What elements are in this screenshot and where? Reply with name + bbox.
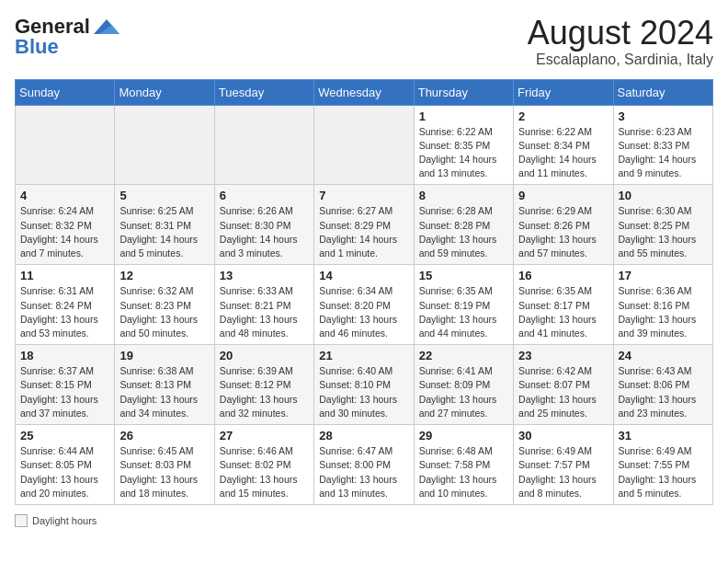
calendar-cell: 23Sunrise: 6:42 AM Sunset: 8:07 PM Dayli… (514, 345, 613, 425)
calendar-cell: 19Sunrise: 6:38 AM Sunset: 8:13 PM Dayli… (115, 345, 214, 425)
calendar-cell (115, 105, 214, 185)
calendar-cell: 14Sunrise: 6:34 AM Sunset: 8:20 PM Dayli… (314, 265, 414, 345)
calendar-header-saturday: Saturday (613, 79, 712, 105)
day-info: Sunrise: 6:31 AM Sunset: 8:24 PM Dayligh… (20, 284, 109, 340)
title-block: August 2024 Escalaplano, Sardinia, Italy (528, 15, 713, 68)
day-number: 30 (518, 429, 608, 442)
day-number: 19 (119, 349, 209, 362)
day-info: Sunrise: 6:48 AM Sunset: 7:58 PM Dayligh… (419, 444, 508, 500)
day-number: 29 (419, 429, 508, 442)
day-info: Sunrise: 6:46 AM Sunset: 8:02 PM Dayligh… (220, 444, 309, 500)
calendar-cell: 10Sunrise: 6:30 AM Sunset: 8:25 PM Dayli… (613, 185, 712, 265)
calendar-cell: 1Sunrise: 6:22 AM Sunset: 8:35 PM Daylig… (414, 105, 513, 185)
location-subtitle: Escalaplano, Sardinia, Italy (528, 52, 713, 68)
day-number: 8 (419, 189, 508, 202)
calendar-cell: 28Sunrise: 6:47 AM Sunset: 8:00 PM Dayli… (314, 425, 414, 505)
legend-item-daylight: Daylight hours (15, 514, 97, 527)
day-number: 12 (119, 269, 209, 282)
day-info: Sunrise: 6:24 AM Sunset: 8:32 PM Dayligh… (20, 204, 109, 260)
day-number: 4 (20, 189, 109, 202)
day-number: 21 (319, 349, 408, 362)
day-info: Sunrise: 6:22 AM Sunset: 8:34 PM Dayligh… (518, 125, 608, 181)
calendar-cell: 26Sunrise: 6:45 AM Sunset: 8:03 PM Dayli… (115, 425, 214, 505)
day-info: Sunrise: 6:36 AM Sunset: 8:16 PM Dayligh… (619, 284, 708, 340)
day-info: Sunrise: 6:45 AM Sunset: 8:03 PM Dayligh… (119, 444, 209, 500)
calendar-cell (214, 105, 313, 185)
day-info: Sunrise: 6:41 AM Sunset: 8:09 PM Dayligh… (419, 364, 508, 420)
day-number: 27 (220, 429, 309, 442)
day-number: 18 (20, 349, 109, 362)
logo: General Blue (15, 15, 119, 59)
day-info: Sunrise: 6:35 AM Sunset: 8:19 PM Dayligh… (419, 284, 508, 340)
legend: Daylight hours (15, 514, 713, 527)
day-info: Sunrise: 6:47 AM Sunset: 8:00 PM Dayligh… (319, 444, 408, 500)
calendar-cell: 5Sunrise: 6:25 AM Sunset: 8:31 PM Daylig… (115, 185, 214, 265)
month-year-title: August 2024 (528, 15, 713, 52)
day-number: 23 (518, 349, 608, 362)
day-info: Sunrise: 6:32 AM Sunset: 8:23 PM Dayligh… (119, 284, 209, 340)
calendar-header-wednesday: Wednesday (314, 79, 414, 105)
calendar-cell: 20Sunrise: 6:39 AM Sunset: 8:12 PM Dayli… (214, 345, 313, 425)
calendar-cell: 31Sunrise: 6:49 AM Sunset: 7:55 PM Dayli… (613, 425, 712, 505)
calendar-cell: 11Sunrise: 6:31 AM Sunset: 8:24 PM Dayli… (16, 265, 115, 345)
calendar-cell: 13Sunrise: 6:33 AM Sunset: 8:21 PM Dayli… (214, 265, 313, 345)
calendar-week-row: 11Sunrise: 6:31 AM Sunset: 8:24 PM Dayli… (16, 265, 713, 345)
calendar-cell: 17Sunrise: 6:36 AM Sunset: 8:16 PM Dayli… (613, 265, 712, 345)
day-info: Sunrise: 6:28 AM Sunset: 8:28 PM Dayligh… (419, 204, 508, 260)
calendar-cell: 16Sunrise: 6:35 AM Sunset: 8:17 PM Dayli… (514, 265, 613, 345)
day-number: 11 (20, 269, 109, 282)
calendar-cell: 3Sunrise: 6:23 AM Sunset: 8:33 PM Daylig… (613, 105, 712, 185)
day-number: 7 (319, 189, 408, 202)
calendar-cell: 30Sunrise: 6:49 AM Sunset: 7:57 PM Dayli… (514, 425, 613, 505)
calendar-week-row: 4Sunrise: 6:24 AM Sunset: 8:32 PM Daylig… (16, 185, 713, 265)
calendar-cell: 27Sunrise: 6:46 AM Sunset: 8:02 PM Dayli… (214, 425, 313, 505)
calendar-cell: 29Sunrise: 6:48 AM Sunset: 7:58 PM Dayli… (414, 425, 513, 505)
calendar-header-monday: Monday (115, 79, 214, 105)
day-info: Sunrise: 6:25 AM Sunset: 8:31 PM Dayligh… (119, 204, 209, 260)
calendar-cell: 25Sunrise: 6:44 AM Sunset: 8:05 PM Dayli… (16, 425, 115, 505)
day-info: Sunrise: 6:42 AM Sunset: 8:07 PM Dayligh… (518, 364, 608, 420)
calendar-header-thursday: Thursday (414, 79, 513, 105)
legend-box-odd (15, 514, 28, 527)
day-number: 1 (419, 109, 508, 123)
day-info: Sunrise: 6:27 AM Sunset: 8:29 PM Dayligh… (319, 204, 408, 260)
calendar-header-row: SundayMondayTuesdayWednesdayThursdayFrid… (16, 79, 713, 105)
calendar-cell: 8Sunrise: 6:28 AM Sunset: 8:28 PM Daylig… (414, 185, 513, 265)
day-number: 13 (220, 269, 309, 282)
calendar-cell (16, 105, 115, 185)
day-number: 10 (619, 189, 708, 202)
day-number: 20 (220, 349, 309, 362)
day-info: Sunrise: 6:30 AM Sunset: 8:25 PM Dayligh… (619, 204, 708, 260)
calendar-cell (314, 105, 414, 185)
daylight-label: Daylight hours (32, 515, 97, 526)
day-number: 5 (119, 189, 209, 202)
day-info: Sunrise: 6:43 AM Sunset: 8:06 PM Dayligh… (619, 364, 708, 420)
calendar-cell: 2Sunrise: 6:22 AM Sunset: 8:34 PM Daylig… (514, 105, 613, 185)
day-number: 9 (518, 189, 608, 202)
day-info: Sunrise: 6:22 AM Sunset: 8:35 PM Dayligh… (419, 125, 508, 181)
day-number: 17 (619, 269, 708, 282)
calendar-cell: 15Sunrise: 6:35 AM Sunset: 8:19 PM Dayli… (414, 265, 513, 345)
calendar-table: SundayMondayTuesdayWednesdayThursdayFrid… (15, 79, 713, 505)
calendar-week-row: 18Sunrise: 6:37 AM Sunset: 8:15 PM Dayli… (16, 345, 713, 425)
calendar-cell: 7Sunrise: 6:27 AM Sunset: 8:29 PM Daylig… (314, 185, 414, 265)
day-info: Sunrise: 6:49 AM Sunset: 7:55 PM Dayligh… (619, 444, 708, 500)
day-info: Sunrise: 6:26 AM Sunset: 8:30 PM Dayligh… (220, 204, 309, 260)
calendar-cell: 6Sunrise: 6:26 AM Sunset: 8:30 PM Daylig… (214, 185, 313, 265)
day-number: 14 (319, 269, 408, 282)
calendar-header-friday: Friday (514, 79, 613, 105)
day-number: 24 (619, 349, 708, 362)
day-number: 22 (419, 349, 508, 362)
day-number: 16 (518, 269, 608, 282)
day-info: Sunrise: 6:38 AM Sunset: 8:13 PM Dayligh… (119, 364, 209, 420)
calendar-week-row: 1Sunrise: 6:22 AM Sunset: 8:35 PM Daylig… (16, 105, 713, 185)
day-info: Sunrise: 6:37 AM Sunset: 8:15 PM Dayligh… (20, 364, 109, 420)
day-info: Sunrise: 6:39 AM Sunset: 8:12 PM Dayligh… (220, 364, 309, 420)
day-info: Sunrise: 6:35 AM Sunset: 8:17 PM Dayligh… (518, 284, 608, 340)
calendar-week-row: 25Sunrise: 6:44 AM Sunset: 8:05 PM Dayli… (16, 425, 713, 505)
day-info: Sunrise: 6:29 AM Sunset: 8:26 PM Dayligh… (518, 204, 608, 260)
calendar-cell: 18Sunrise: 6:37 AM Sunset: 8:15 PM Dayli… (16, 345, 115, 425)
day-number: 31 (619, 429, 708, 442)
day-number: 6 (220, 189, 309, 202)
calendar-cell: 22Sunrise: 6:41 AM Sunset: 8:09 PM Dayli… (414, 345, 513, 425)
